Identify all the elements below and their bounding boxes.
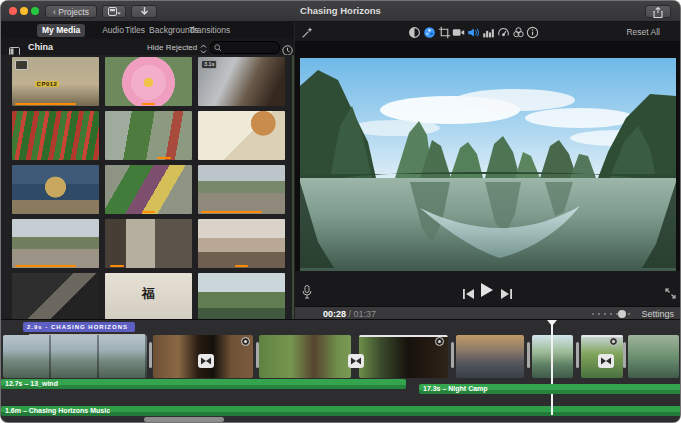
color-correction-icon[interactable] — [423, 25, 436, 38]
background-music-clip[interactable]: 1.6m – Chasing Horizons Music — [1, 406, 680, 416]
imovie-window: ‹ Projects Chasing Horizons My MediaAudi… — [1, 1, 680, 422]
clip-bicycle-license-plate[interactable]: CP012 — [12, 57, 99, 106]
timeline-clip-river-reflection[interactable] — [628, 335, 679, 378]
zoom-window-button[interactable] — [31, 7, 39, 15]
search-icon — [214, 44, 222, 52]
filter-stepper[interactable] — [200, 41, 207, 53]
color-balance-icon[interactable] — [408, 25, 421, 38]
info-icon[interactable] — [526, 25, 539, 38]
transition-badge[interactable] — [348, 354, 364, 368]
thumb-glyph: 福 — [142, 285, 155, 303]
timeline-zoom-slider[interactable] — [592, 313, 634, 315]
clip-trim-handle[interactable] — [576, 342, 579, 368]
previous-frame-button[interactable] — [463, 285, 474, 303]
clip-cooking-smoke[interactable]: 3.1s — [198, 57, 285, 106]
import-media-icon — [108, 7, 121, 17]
favorite-mark — [110, 265, 124, 267]
frame-separators — [3, 335, 147, 378]
audio-clip[interactable]: 17.3s – Night Camp — [419, 384, 680, 394]
timeline-info-strip: 00:28 / 01:37 Settings — [295, 306, 680, 320]
skip-back-icon — [463, 289, 474, 299]
next-frame-button[interactable] — [501, 285, 512, 303]
voiceover-record-button[interactable] — [302, 285, 312, 303]
timeline-clip-hills-houses[interactable] — [259, 335, 351, 378]
clip-trim-handle[interactable] — [149, 342, 152, 368]
timecode-display: 00:28 / 01:37 — [323, 309, 376, 319]
speed-icon[interactable] — [497, 25, 510, 38]
favorite-mark — [142, 211, 156, 213]
transition-badge[interactable] — [598, 354, 614, 368]
clip-lotus-flower[interactable] — [105, 57, 192, 106]
timeline: 2.9s - CHASING HORIZONS 1.6m – Chasing H… — [1, 319, 680, 422]
play-button[interactable] — [481, 283, 493, 301]
timeline-horizontal-scrollbar[interactable] — [144, 417, 224, 422]
enhance-wand-icon[interactable] — [301, 25, 314, 38]
favorite-mark — [15, 103, 76, 105]
clip-calligraphy-brush[interactable] — [12, 273, 99, 319]
clip-cucumbers-market[interactable] — [105, 111, 192, 160]
media-import-button[interactable] — [102, 5, 126, 18]
timeline-clip-karst-reflection[interactable] — [532, 335, 573, 378]
back-to-projects-button[interactable]: ‹ Projects — [45, 5, 97, 18]
stabilization-icon[interactable] — [452, 25, 465, 38]
timeline-title-clip[interactable]: 2.9s - CHASING HORIZONS — [23, 322, 135, 332]
share-button[interactable] — [645, 5, 671, 18]
titlebar: ‹ Projects Chasing Horizons — [1, 1, 680, 22]
hide-rejected-filter[interactable]: Hide Rejected — [147, 43, 197, 52]
transition-badge[interactable] — [198, 354, 214, 368]
download-arrow-icon — [140, 7, 149, 17]
favorite-mark — [15, 265, 76, 267]
search-input[interactable] — [210, 41, 280, 54]
partial-thumbnail-column — [292, 55, 294, 319]
playback-controls — [295, 271, 680, 306]
play-icon — [481, 283, 493, 297]
clip-trees-sky[interactable] — [198, 273, 285, 319]
clip-trim-handle[interactable] — [256, 342, 259, 368]
reset-all-button[interactable]: Reset All — [626, 27, 660, 37]
timeline-clip-dusk-lake[interactable] — [456, 335, 524, 378]
clip-motorbikes-road[interactable] — [198, 165, 285, 214]
clip-alley-child[interactable] — [105, 219, 192, 268]
effects-icon[interactable] — [512, 25, 525, 38]
clip-chili-peppers[interactable] — [12, 111, 99, 160]
fullscreen-button[interactable] — [665, 285, 676, 303]
clip-riders-street[interactable] — [12, 219, 99, 268]
playhead[interactable] — [551, 320, 553, 415]
media-thumbnail-grid: CP0123.1s福 — [1, 55, 294, 319]
chevron-up-down-icon — [200, 43, 207, 55]
clip-trim-handle[interactable] — [527, 342, 530, 368]
clip-top-indicator — [359, 335, 448, 337]
adjustments-bar: Reset All — [295, 22, 680, 41]
noise-equalizer-icon[interactable] — [482, 25, 495, 38]
clip-longan-fruit-hands[interactable] — [12, 165, 99, 214]
browser-filter-row: China Hide Rejected — [1, 39, 294, 56]
timeline-clip-mist-panorama[interactable] — [3, 335, 147, 378]
viewer-pane: Reset All — [295, 22, 680, 319]
clip-effect-badge[interactable] — [241, 337, 250, 346]
viewer-background — [295, 41, 680, 271]
clip-trim-handle[interactable] — [623, 342, 626, 368]
tab-transitions[interactable]: Transitions — [184, 24, 235, 37]
clip-vegetable-spread[interactable] — [105, 165, 192, 214]
volume-icon[interactable] — [467, 25, 480, 38]
clip-white-buns[interactable] — [198, 111, 285, 160]
skip-forward-icon — [501, 289, 512, 299]
clip-trim-handle[interactable] — [451, 342, 454, 368]
clip-effect-badge[interactable] — [435, 337, 444, 346]
clip-people-paintings[interactable] — [198, 219, 285, 268]
audio-clip[interactable]: 12.7s – 13_wind — [1, 379, 406, 389]
microphone-icon — [302, 285, 312, 299]
import-button[interactable] — [131, 5, 157, 18]
crop-icon[interactable] — [438, 25, 451, 38]
tab-my-media[interactable]: My Media — [37, 24, 85, 37]
browser-tabs: My MediaAudioTitlesBackgroundsTransition… — [1, 22, 294, 39]
media-browser-pane: My MediaAudioTitlesBackgroundsTransition… — [1, 22, 294, 319]
timeline-settings-button[interactable]: Settings — [641, 309, 674, 319]
minimize-window-button[interactable] — [20, 7, 28, 15]
screenshot-stage: ‹ Projects Chasing Horizons My MediaAudi… — [0, 0, 681, 423]
close-window-button[interactable] — [9, 7, 17, 15]
favorite-mark — [142, 103, 156, 105]
clip-effect-badge[interactable] — [609, 337, 618, 346]
clip-calligraphy-writing[interactable]: 福 — [105, 273, 192, 319]
zoom-slider-thumb[interactable] — [618, 310, 626, 318]
